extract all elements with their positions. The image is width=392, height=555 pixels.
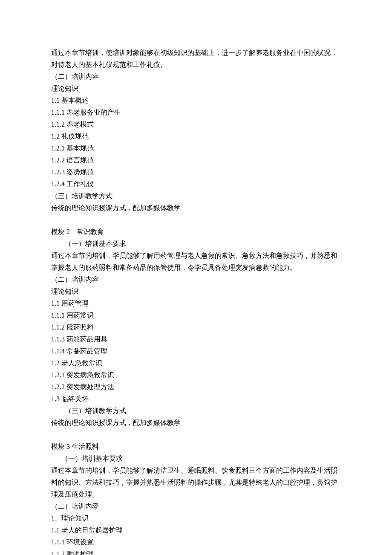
outline-item: 1.1.1 环境设置 [51, 536, 341, 548]
outline-item: 1.1.4 常备药品管理 [51, 345, 341, 357]
outline-item: 1.2.1 基本规范 [51, 142, 341, 154]
module-2-section-1-paragraph: 通过本章节的培训，学员能够了解用药管理与老人急救的常识、急救方法和急救技巧，并熟… [51, 250, 341, 274]
section-spacer [51, 214, 341, 226]
intro-section-3-heading: （三）培训教学方式 [51, 190, 341, 202]
outline-item: 1.1 用药管理 [51, 298, 341, 309]
outline-item: 1.3 临终关怀 [51, 393, 341, 405]
outline-item: 1.1 基本概述 [51, 95, 341, 107]
intro-section-2-subheading: 理论知识 [51, 83, 341, 95]
outline-item: 1.2 礼仪规范 [51, 130, 341, 142]
module-3-title: 模块 3 生活照料 [51, 441, 341, 453]
outline-item: 1.1.1 养老服务业的产生 [51, 107, 341, 119]
module-2-title: 模块 2 常识教育 [51, 226, 341, 238]
section-spacer [51, 429, 341, 441]
outline-item: 1.1 老人的日常起居护理 [51, 524, 341, 536]
outline-item: 1.2.4 工作礼仪 [51, 178, 341, 190]
module-2-section-3-paragraph: 传统的理论知识授课方式，配加多媒体教学 [51, 417, 341, 429]
outline-item: 1.1.2 睡眠护理 [51, 548, 341, 555]
module-2-section-3-heading: （三）培训教学方式 [51, 405, 341, 417]
outline-item: 1.1.3 药箱药品用具 [51, 333, 341, 345]
outline-item: 1.1.2 养老模式 [51, 119, 341, 130]
outline-item: 1.2.2 突发病处理方法 [51, 381, 341, 393]
outline-item: 1.2 老人急救常识 [51, 357, 341, 369]
module-3-section-2-subheading: 1、理论知识 [51, 512, 341, 524]
intro-section-3-paragraph: 传统的理论知识授课方式，配加多媒体教学 [51, 202, 341, 214]
module-3-section-1-heading: （一）培训基本要求 [51, 453, 341, 465]
outline-item: 1.2.1 突发病急救常识 [51, 369, 341, 381]
outline-item: 1.2.3 姿势规范 [51, 166, 341, 178]
outline-item: 1.2.2 语言规范 [51, 154, 341, 166]
module-2-section-2-subheading: 理论知识 [51, 286, 341, 298]
outline-item: 1.1.2 服药照料 [51, 321, 341, 333]
module-3-section-2-heading: （二）培训内容 [51, 500, 341, 512]
module-3-section-1-paragraph: 通过本章节的培训，学员能够了解清洁卫生、睡眠照料、饮食照料三个方面的工作内容及生… [51, 465, 341, 500]
module-2-section-2-heading: （二）培训内容 [51, 274, 341, 286]
intro-paragraph: 通过本章节培训，使培训对象能够在初级知识的基础上，进一步了解养老服务业在中国的状… [51, 47, 341, 71]
intro-section-2-heading: （二）培训内容 [51, 71, 341, 83]
outline-item: 1.1.1 用药常识 [51, 309, 341, 321]
module-2-section-1-heading: （一）培训基本要求 [51, 238, 341, 250]
